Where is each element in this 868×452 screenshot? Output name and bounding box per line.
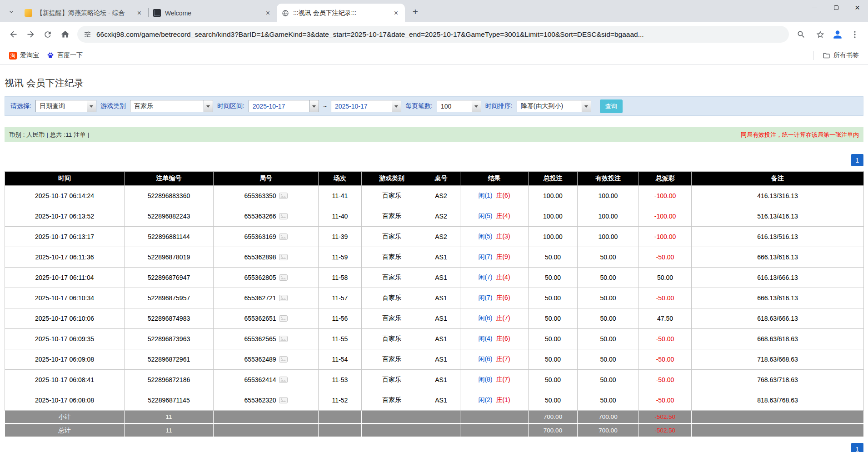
round-image-icon[interactable] [279, 295, 288, 301]
round-image-icon[interactable] [279, 213, 288, 219]
cell-game-type: 百家乐 [362, 206, 422, 227]
cell-bet-id: 522896872186 [125, 370, 214, 390]
subtotal-count: 11 [125, 411, 214, 424]
cell-remark: 668.63/618.63 [692, 329, 864, 349]
browser-menu-button[interactable] [846, 26, 863, 43]
round-number: 655363266 [244, 213, 276, 220]
cell-payout: -100.00 [639, 227, 692, 247]
round-image-icon[interactable] [279, 397, 288, 403]
cell-total-bet-link[interactable]: 50.00 [529, 390, 578, 411]
cell-total-bet-link[interactable]: 100.00 [529, 186, 578, 206]
cell-table-no: AS1 [422, 329, 460, 349]
tab-title: :::视讯 会员下注纪录::: [293, 9, 389, 17]
tab-forum[interactable]: 【新提醒】海燕策略论坛 - 综合 [20, 4, 148, 22]
cell-total-bet-link[interactable]: 50.00 [529, 268, 578, 288]
bookmark-baidu[interactable]: 百度一下 [43, 50, 86, 61]
cell-session: 11-55 [319, 329, 362, 349]
reload-button[interactable] [39, 26, 56, 43]
per-page-select[interactable]: 100 [437, 100, 481, 112]
cell-result: 闲(1) 庄(6) [460, 186, 529, 206]
cell-payout: -50.00 [639, 349, 692, 370]
star-icon [816, 30, 825, 39]
round-image-icon[interactable] [279, 377, 288, 383]
result-banker: 庄(3) [496, 233, 510, 240]
result-player: 闲(1) [478, 192, 492, 199]
profile-button[interactable] [831, 28, 844, 41]
cell-table-no: AS2 [422, 186, 460, 206]
tab-welcome[interactable]: Welcome [149, 4, 277, 22]
bookmark-taobao[interactable]: 淘 爱淘宝 [5, 50, 43, 61]
forward-button[interactable] [22, 26, 39, 43]
zoom-button[interactable] [793, 26, 810, 43]
header-total-bet: 总投注 [529, 172, 578, 186]
forum-favicon-icon [25, 9, 32, 17]
grand-total-row: 总计 11 700.00 700.00 -502.50 [5, 424, 864, 437]
cell-valid-bet: 100.00 [578, 186, 639, 206]
result-banker: 庄(7) [496, 355, 510, 363]
round-image-icon[interactable] [279, 254, 288, 260]
address-bar[interactable]: 66cxkj98.com/game/betrecord_search/kind3… [77, 26, 789, 43]
maximize-button[interactable] [825, 0, 847, 15]
cell-time: 2025-10-17 06:09:08 [5, 349, 125, 370]
game-type-select[interactable]: 百家乐 [130, 100, 213, 112]
tab-close-icon[interactable] [264, 9, 272, 17]
result-player: 闲(5) [478, 233, 492, 240]
back-button[interactable] [5, 26, 22, 43]
cell-total-bet-link[interactable]: 50.00 [529, 247, 578, 268]
date-start-select[interactable]: 2025-10-17 [249, 100, 319, 112]
subtotal-label: 小计 [5, 411, 125, 424]
home-button[interactable] [56, 26, 74, 43]
query-button[interactable]: 查询 [600, 99, 623, 113]
chevron-down-icon [392, 100, 401, 112]
all-bookmarks-button[interactable]: 所有书签 [819, 50, 863, 61]
tab-betrecord[interactable]: :::视讯 会员下注纪录::: [277, 4, 405, 22]
bookmark-star-button[interactable] [812, 26, 829, 43]
round-image-icon[interactable] [279, 233, 288, 240]
bookmark-label: 爱淘宝 [20, 51, 39, 60]
table-row: 2025-10-17 06:11:36 522896878019 6553628… [5, 247, 864, 268]
sort-select[interactable]: 降幂(由大到小) [517, 100, 591, 112]
minimize-icon [812, 8, 817, 8]
tab-close-icon[interactable] [135, 9, 144, 17]
minimize-button[interactable] [804, 0, 825, 15]
new-tab-button[interactable] [409, 5, 422, 19]
round-image-icon[interactable] [279, 356, 288, 363]
tab-search-button[interactable] [5, 5, 18, 19]
round-image-icon[interactable] [279, 193, 288, 199]
game-type-value: 百家乐 [130, 100, 204, 112]
chevron-down-icon [8, 8, 15, 15]
header-session: 场次 [319, 172, 362, 186]
page-number-button[interactable]: 1 [851, 443, 863, 452]
cell-game-type: 百家乐 [362, 370, 422, 390]
cell-bet-id: 522896878019 [125, 247, 214, 268]
cell-bet-id: 522896883360 [125, 186, 214, 206]
round-image-icon[interactable] [279, 274, 288, 281]
tab-close-icon[interactable] [392, 9, 400, 17]
round-number: 655362805 [244, 274, 276, 281]
page-number-button[interactable]: 1 [851, 154, 863, 166]
cell-total-bet-link[interactable]: 100.00 [529, 227, 578, 247]
round-image-icon[interactable] [279, 315, 288, 322]
cell-total-bet-link[interactable]: 50.00 [529, 329, 578, 349]
round-number: 655362565 [244, 335, 276, 343]
cell-total-bet-link[interactable]: 50.00 [529, 288, 578, 308]
round-number: 655362320 [244, 397, 276, 404]
cell-game-type: 百家乐 [362, 349, 422, 370]
cell-total-bet-link[interactable]: 50.00 [529, 370, 578, 390]
round-image-icon[interactable] [279, 336, 288, 342]
site-settings-icon[interactable] [84, 30, 91, 38]
query-type-select[interactable]: 日期查询 [35, 100, 96, 112]
info-bar: 币别 : 人民币 | 总共 :11 注单 | 同局有效投注，统一计算在该局第一张… [5, 127, 863, 142]
cell-table-no: AS1 [422, 308, 460, 329]
cell-session: 11-57 [319, 288, 362, 308]
cell-session: 11-41 [319, 186, 362, 206]
cell-total-bet-link[interactable]: 50.00 [529, 308, 578, 329]
date-end-select[interactable]: 2025-10-17 [331, 100, 401, 112]
chevron-down-icon [472, 100, 481, 112]
close-window-button[interactable] [847, 0, 868, 15]
cell-total-bet-link[interactable]: 100.00 [529, 206, 578, 227]
round-number: 655362721 [244, 294, 276, 302]
bookmark-label: 百度一下 [57, 51, 83, 60]
cell-session: 11-53 [319, 370, 362, 390]
cell-total-bet-link[interactable]: 50.00 [529, 349, 578, 370]
